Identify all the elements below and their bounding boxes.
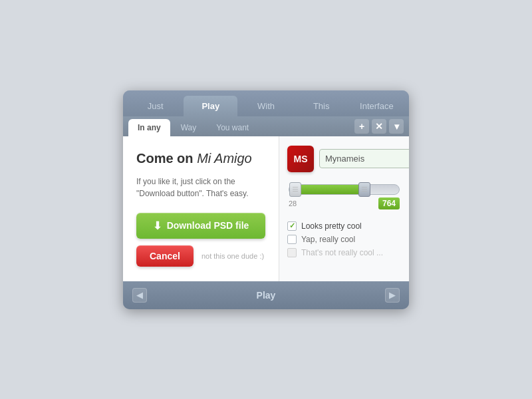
slider-thumb-left[interactable] — [289, 182, 301, 197]
description-line1: If you like it, just click on the — [136, 177, 235, 186]
left-panel: Come on Mi Amigo If you like it, just cl… — [123, 136, 279, 281]
headline-text: Come on — [136, 151, 194, 166]
thumb-line — [293, 187, 298, 188]
tab-interface[interactable]: Interface — [350, 96, 404, 116]
description-line2: "Download button". That's easy. — [136, 189, 248, 198]
headline-italic: Mi Amigo — [197, 151, 252, 166]
tab-you-want[interactable]: You want — [207, 119, 258, 136]
tab-this[interactable]: This — [295, 96, 348, 116]
thumb-line — [293, 189, 298, 190]
checkbox-label-3: That's not really cool ... — [301, 248, 383, 257]
tab-play[interactable]: Play — [184, 96, 237, 116]
download-icon: ⬇ — [153, 219, 162, 232]
tab-way[interactable]: Way — [172, 119, 206, 136]
tab-in-any[interactable]: In any — [128, 119, 170, 136]
thumb-line — [362, 189, 367, 190]
top-tab-bar: Just Play With This Interface — [123, 90, 409, 116]
checkbox-item-1[interactable]: ✓ Looks pretty cool — [287, 221, 401, 231]
thumb-lines-right — [362, 187, 367, 192]
cancel-row: Cancel not this one dude :) — [136, 245, 265, 267]
avatar: MS — [287, 146, 314, 172]
checkbox-box-1[interactable]: ✓ — [287, 221, 297, 231]
checkbox-label-2: Yap, really cool — [301, 235, 355, 244]
right-panel: MS OK — [279, 136, 409, 281]
bottom-label: Play — [257, 290, 276, 301]
next-button[interactable]: ▶ — [385, 288, 400, 303]
checkbox-box-2[interactable] — [287, 235, 297, 244]
bottom-bar: ◀ Play ▶ — [123, 281, 409, 309]
tab-just[interactable]: Just — [128, 96, 182, 116]
user-row: MS OK — [287, 146, 401, 172]
slider-container: 28 764 — [287, 182, 401, 212]
tab-actions: + ✕ ▾ — [354, 119, 404, 136]
description: If you like it, just click on the "Downl… — [136, 176, 265, 200]
thumb-line — [362, 187, 367, 188]
main-content: Come on Mi Amigo If you like it, just cl… — [123, 136, 409, 281]
thumb-lines-left — [293, 187, 298, 192]
checkbox-label-1: Looks pretty cool — [301, 221, 362, 231]
slider-max-value: 764 — [378, 198, 400, 209]
download-label: Download PSD file — [167, 220, 249, 231]
cancel-note: not this one dude :) — [201, 252, 264, 260]
thumb-line — [362, 191, 367, 192]
slider-min-value: 28 — [289, 200, 297, 207]
prev-button[interactable]: ◀ — [132, 288, 147, 303]
tab-with[interactable]: With — [239, 96, 293, 116]
slider-track[interactable] — [289, 184, 400, 195]
check-mark-1: ✓ — [289, 221, 295, 230]
thumb-line — [293, 191, 298, 192]
main-widget: Just Play With This Interface In any Way… — [123, 90, 409, 309]
more-tabs-button[interactable]: ▾ — [389, 119, 404, 134]
slider-thumb-right[interactable] — [358, 182, 370, 197]
checkbox-item-2[interactable]: Yap, really cool — [287, 235, 401, 244]
second-tab-bar: In any Way You want + ✕ ▾ — [123, 116, 409, 136]
cancel-button[interactable]: Cancel — [136, 245, 194, 267]
add-tab-button[interactable]: + — [354, 119, 369, 134]
checkbox-list: ✓ Looks pretty cool Yap, really cool Tha… — [287, 221, 401, 257]
checkbox-box-3 — [287, 248, 297, 257]
name-input[interactable] — [319, 149, 409, 168]
checkbox-item-3: That's not really cool ... — [287, 248, 401, 257]
download-button[interactable]: ⬇ Download PSD file — [136, 213, 265, 239]
headline: Come on Mi Amigo — [136, 151, 265, 166]
close-tab-button[interactable]: ✕ — [372, 119, 386, 134]
slider-values: 28 764 — [289, 198, 400, 209]
